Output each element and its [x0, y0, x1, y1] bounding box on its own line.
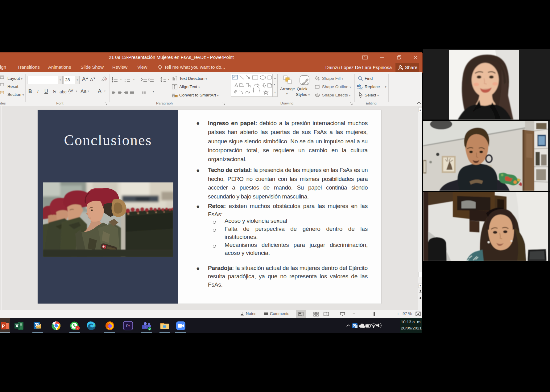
svg-text:P: P	[2, 324, 5, 329]
svg-text:2: 2	[77, 326, 78, 330]
svg-text:T: T	[144, 325, 146, 329]
svg-text:Pr: Pr	[126, 324, 130, 328]
